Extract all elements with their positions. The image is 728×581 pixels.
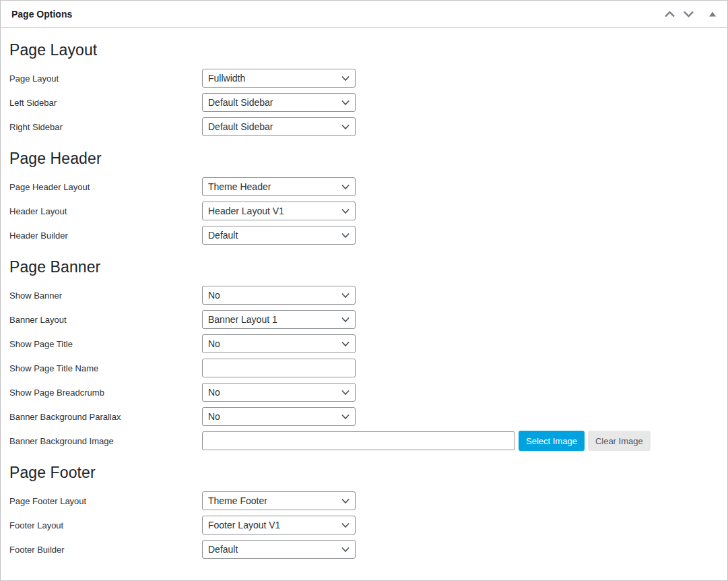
field-label: Show Page Title Name: [9, 363, 202, 373]
field-label: Show Page Title: [9, 339, 202, 349]
field-row-banner-layout: Banner LayoutBanner Layout 1: [9, 310, 719, 329]
right-sidebar-select[interactable]: Default Sidebar: [202, 117, 356, 136]
show-page-title-name-input[interactable]: [202, 359, 356, 377]
field-label: Page Layout: [9, 73, 202, 84]
field-label: Header Layout: [9, 206, 202, 216]
show-banner-select[interactable]: No: [202, 286, 356, 305]
field-label: Banner Background Image: [9, 436, 202, 446]
metabox-body: Page Layout Page LayoutFullwidthLeft Sid…: [1, 40, 727, 578]
select-wrap: Default Sidebar: [202, 117, 356, 136]
field-row-page-layout: Page LayoutFullwidth: [9, 69, 719, 88]
select-wrap: No: [202, 334, 356, 353]
section-title: Page Layout: [9, 40, 719, 60]
footer-builder-select[interactable]: Default: [202, 540, 356, 559]
show-page-breadcrumb-select[interactable]: No: [202, 383, 356, 402]
field-label: Left Sidebar: [9, 98, 202, 108]
select-wrap: Default: [202, 540, 356, 559]
field-label: Banner Layout: [9, 315, 202, 325]
select-wrap: No: [202, 407, 356, 426]
show-page-title-select[interactable]: No: [202, 334, 356, 353]
field-label: Right Sidebar: [9, 122, 202, 132]
field-label: Show Page Breadcrumb: [9, 388, 202, 398]
section-rows: Show BannerNoBanner LayoutBanner Layout …: [9, 286, 719, 450]
field-row-show-page-title-name: Show Page Title Name: [9, 359, 719, 377]
header-layout-select[interactable]: Header Layout V1: [202, 202, 356, 220]
field-row-banner-background-image: Banner Background ImageSelect ImageClear…: [9, 431, 719, 450]
field-row-footer-builder: Footer BuilderDefault: [9, 540, 719, 559]
select-wrap: Default Sidebar: [202, 93, 356, 112]
select-wrap: Default: [202, 226, 356, 245]
clear-image-button[interactable]: Clear Image: [588, 431, 651, 451]
field-label: Page Footer Layout: [9, 496, 202, 506]
options-section: Page Footer Page Footer LayoutTheme Foot…: [9, 462, 719, 559]
metabox-title: Page Options: [1, 1, 72, 28]
field-row-show-page-breadcrumb: Show Page BreadcrumbNo: [9, 383, 719, 402]
page-options-metabox: Page Options Page Layout Page LayoutFull…: [0, 0, 728, 581]
options-section: Page Banner Show BannerNoBanner LayoutBa…: [9, 257, 719, 450]
field-row-page-header-layout: Page Header LayoutTheme Header: [9, 177, 719, 196]
field-row-header-builder: Header BuilderDefault: [9, 226, 719, 245]
field-row-show-banner: Show BannerNo: [9, 286, 719, 305]
field-row-footer-layout: Footer LayoutFooter Layout V1: [9, 516, 719, 534]
select-wrap: Footer Layout V1: [202, 516, 356, 534]
field-label: Header Builder: [9, 231, 202, 241]
field-row-show-page-title: Show Page TitleNo: [9, 334, 719, 353]
field-label: Footer Layout: [9, 520, 202, 530]
field-label: Banner Background Parallax: [9, 412, 202, 422]
banner-background-image-input[interactable]: [202, 431, 515, 450]
field-row-page-footer-layout: Page Footer LayoutTheme Footer: [9, 491, 719, 510]
select-image-button[interactable]: Select Image: [519, 431, 585, 451]
field-row-header-layout: Header LayoutHeader Layout V1: [9, 202, 719, 220]
section-title: Page Banner: [9, 257, 719, 277]
section-title: Page Header: [9, 148, 719, 169]
header-builder-select[interactable]: Default: [202, 226, 356, 245]
chevron-down-icon: [683, 10, 694, 18]
page-footer-layout-select[interactable]: Theme Footer: [202, 491, 356, 510]
chevron-up-icon: [664, 10, 675, 18]
section-rows: Page Footer LayoutTheme FooterFooter Lay…: [9, 491, 719, 559]
banner-background-parallax-select[interactable]: No: [202, 407, 356, 426]
toggle-panel-button[interactable]: [703, 4, 722, 24]
select-wrap: Banner Layout 1: [202, 310, 356, 329]
page-header-layout-select[interactable]: Theme Header: [202, 177, 356, 196]
field-row-banner-background-parallax: Banner Background ParallaxNo: [9, 407, 719, 426]
select-wrap: Theme Footer: [202, 491, 356, 510]
move-up-button[interactable]: [660, 4, 679, 24]
select-wrap: No: [202, 383, 356, 402]
banner-layout-select[interactable]: Banner Layout 1: [202, 310, 356, 329]
field-label: Footer Builder: [9, 545, 202, 555]
select-wrap: No: [202, 286, 356, 305]
field-row-left-sidebar: Left SidebarDefault Sidebar: [9, 93, 719, 112]
left-sidebar-select[interactable]: Default Sidebar: [202, 93, 356, 112]
triangle-up-icon: [708, 11, 717, 17]
move-down-button[interactable]: [679, 4, 698, 24]
options-section: Page Header Page Header LayoutTheme Head…: [9, 148, 719, 245]
footer-layout-select[interactable]: Footer Layout V1: [202, 516, 356, 534]
options-section: Page Layout Page LayoutFullwidthLeft Sid…: [9, 40, 719, 136]
section-rows: Page LayoutFullwidthLeft SidebarDefault …: [9, 69, 719, 136]
metabox-handle-actions: [660, 4, 727, 24]
select-wrap: Theme Header: [202, 177, 356, 196]
field-label: Show Banner: [9, 290, 202, 301]
section-title: Page Footer: [9, 462, 719, 483]
select-wrap: Fullwidth: [202, 69, 356, 88]
section-rows: Page Header LayoutTheme HeaderHeader Lay…: [9, 177, 719, 245]
page-layout-select[interactable]: Fullwidth: [202, 69, 356, 88]
metabox-header: Page Options: [1, 1, 727, 28]
field-row-right-sidebar: Right SidebarDefault Sidebar: [9, 117, 719, 136]
select-wrap: Header Layout V1: [202, 202, 356, 220]
field-label: Page Header Layout: [9, 182, 202, 192]
